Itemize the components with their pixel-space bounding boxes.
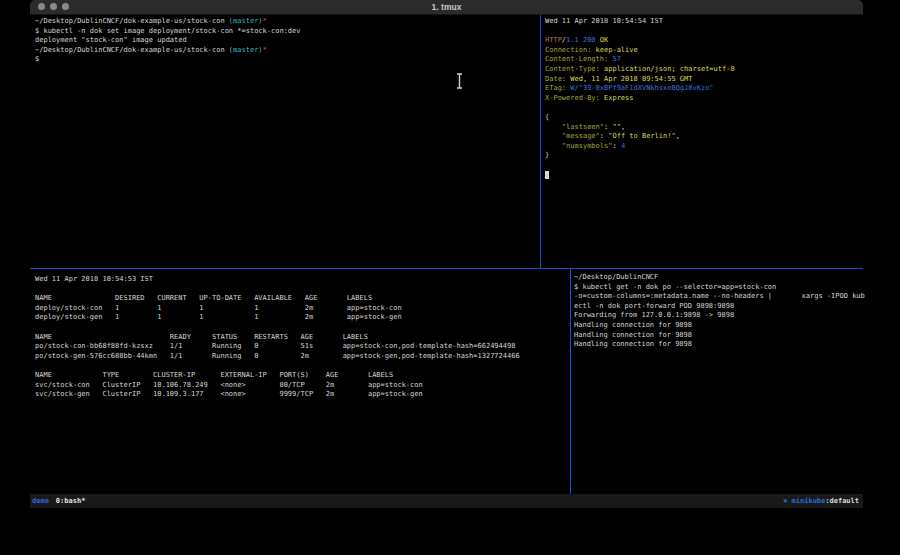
kube-context: minikube (787, 497, 825, 505)
minimize-button[interactable] (50, 3, 57, 10)
terminal-text-segment: Content-Length: (545, 55, 608, 63)
terminal-line (35, 285, 575, 295)
terminal-text-segment: "Off to Berlin!" (608, 132, 675, 140)
terminal-text-segment: ETag: (545, 84, 566, 92)
terminal-line: ectl -n dok port-forward POD 9898:9898 (574, 302, 866, 312)
pane-bottom-left-kubectl-watch[interactable]: Wed 11 Apr 2018 10:54:53 ISTNAME DESIRED… (30, 269, 575, 500)
pane-divider-vertical-bottom[interactable] (570, 269, 571, 494)
terminal-line: "numsymbols": 4 (545, 142, 867, 152)
terminal-line: svc/stock-con ClusterIP 10.106.78.249 <n… (35, 381, 575, 391)
terminal-line: Content-Type: application/json; charset=… (545, 65, 867, 75)
terminal-text-segment: Handling connection for 9898 (574, 331, 692, 339)
terminal-text-segment: "" (612, 123, 620, 131)
terminal-text-segment: * (263, 46, 267, 54)
terminal-text-segment: Date: (545, 75, 566, 83)
terminal-text-segment: deploy/stock-con 1 1 1 1 2m app=stock-co… (35, 304, 402, 312)
terminal-line: po/stock-con-bb68f88fd-kzsxz 1/1 Running… (35, 342, 575, 352)
terminal-line: Wed 11 Apr 2018 10:54:53 IST (35, 275, 575, 285)
terminal-line: Date: Wed, 11 Apr 2018 09:54:55 GMT (545, 75, 867, 85)
terminal-line: ~/Desktop/DublinCNCF (574, 273, 866, 283)
pane-top-left-shell[interactable]: ~/Desktop/DublinCNCF/dok-example-us/stoc… (30, 15, 545, 270)
terminal-line: Connection: keep-alive (545, 46, 867, 56)
terminal-text-segment: Wed 11 Apr 2018 10:54:54 IST (545, 17, 663, 25)
terminal-text-segment: ~/Desktop/DublinCNCF/dok-example-us/stoc… (35, 46, 225, 54)
tmux-session: ~/Desktop/DublinCNCF/dok-example-us/stoc… (30, 15, 863, 494)
terminal-text-segment: Handling connection for 9898 (574, 321, 692, 329)
terminal-line: { (545, 113, 867, 123)
text-cursor-block (545, 171, 549, 179)
pane-divider-horizontal[interactable] (30, 268, 863, 269)
pane-bottom-right-port-forward[interactable]: ~/Desktop/DublinCNCF$ kubectl get -n dok… (571, 269, 866, 498)
zoom-button[interactable] (62, 3, 69, 10)
terminal-text-segment: Wed, 11 Apr 2018 09:54:55 GMT (566, 75, 692, 83)
terminal-text-segment: NAME READY STATUS RESTARTS AGE LABELS (35, 333, 368, 341)
terminal-text-segment: Content-Type: (545, 65, 600, 73)
terminal-text-segment: deployment "stock-con" image updated (35, 36, 187, 44)
terminal-line (545, 103, 867, 113)
terminal-text-segment: X-Powered-By: (545, 94, 600, 102)
terminal-text-segment: "message" (562, 132, 600, 140)
terminal-text-segment: Handling connection for 9898 (574, 340, 692, 348)
terminal-text-segment: : (600, 132, 608, 140)
terminal-text-segment: svc/stock-gen ClusterIP 10.109.3.177 <no… (35, 390, 423, 398)
window-tab[interactable]: 0:bash* (56, 497, 86, 505)
traffic-lights (38, 3, 69, 10)
terminal-text-segment: $ kubectl -n dok set image deployment/st… (35, 27, 301, 35)
terminal-line: Handling connection for 9898 (574, 331, 866, 341)
terminal-line: "lastseen": "", (545, 123, 867, 133)
window-title: 1. tmux (30, 0, 863, 14)
terminal-line: } (545, 151, 867, 161)
status-left: demo0:bash* (32, 494, 85, 508)
pane-top-right-http-response[interactable]: Wed 11 Apr 2018 10:54:54 ISTHTTP/1.1 200… (541, 15, 867, 270)
desktop: { "window": { "title": "1. tmux" }, "pal… (0, 0, 900, 555)
terminal-text-segment: HTTP (545, 36, 562, 44)
terminal-text-segment: $ (35, 55, 39, 63)
terminal-line: Content-Length: 57 (545, 55, 867, 65)
terminal-text-segment: : (612, 142, 620, 150)
terminal-line: Handling connection for 9898 (574, 340, 866, 350)
terminal-line: svc/stock-gen ClusterIP 10.109.3.177 <no… (35, 390, 575, 400)
terminal-line (35, 361, 575, 371)
terminal-text-segment: "lastseen" (562, 123, 604, 131)
terminal-text-segment: 57 (608, 55, 621, 63)
terminal-text-segment: , (621, 123, 625, 131)
terminal-text-segment: po/stock-gen-576cc688bb-44kmn 1/1 Runnin… (35, 352, 520, 360)
terminal-line: ~/Desktop/DublinCNCF/dok-example-us/stoc… (35, 17, 545, 27)
terminal-text-segment: ectl -n dok port-forward POD 9898:9898 (574, 302, 734, 310)
terminal-line (545, 161, 867, 171)
terminal-line: deployment "stock-con" image updated (35, 36, 545, 46)
terminal-text-segment: ~/Desktop/DublinCNCF (574, 273, 658, 281)
terminal-text-segment: 4 (621, 142, 625, 150)
terminal-text-segment (545, 123, 562, 131)
terminal-text-segment (545, 132, 562, 140)
terminal-line: Wed 11 Apr 2018 10:54:54 IST (545, 17, 867, 27)
terminal-text-segment: NAME TYPE CLUSTER-IP EXTERNAL-IP PORT(S)… (35, 371, 393, 379)
terminal-line: deploy/stock-gen 1 1 1 1 2m app=stock-ge… (35, 313, 575, 323)
terminal-text-segment: -o=custom-columns=:metadata.name --no-he… (574, 292, 865, 300)
terminal-text-segment: , (676, 132, 680, 140)
pane-divider-vertical-top[interactable] (540, 15, 541, 269)
terminal-text-segment: W/"39-0xBPf9aF1dXVNkhsxoBQgJ8vKzo" (566, 84, 714, 92)
terminal-text-segment: (master) (225, 46, 263, 54)
terminal-line: $ (35, 55, 545, 65)
terminal-text-segment: "numsymbols" (562, 142, 613, 150)
session-name: demo (32, 497, 49, 505)
terminal-text-segment: } (545, 151, 549, 159)
terminal-text-segment: Forwarding from 127.0.0.1:9898 -> 9898 (574, 311, 734, 319)
terminal-text-segment: $ kubectl get -n dok po --selector=app=s… (574, 283, 776, 291)
mouse-cursor-ibeam-icon (455, 73, 464, 93)
terminal-text-segment: po/stock-con-bb68f88fd-kzsxz 1/1 Running… (35, 342, 515, 350)
terminal-line: po/stock-gen-576cc688bb-44kmn 1/1 Runnin… (35, 352, 575, 362)
tmux-status-bar: demo0:bash* ⎈ minikube:default (30, 494, 863, 508)
terminal-line: NAME TYPE CLUSTER-IP EXTERNAL-IP PORT(S)… (35, 371, 575, 381)
terminal-text-segment: Connection: (545, 46, 591, 54)
terminal-text-segment: OK (596, 36, 609, 44)
terminal-text-segment: { (545, 113, 549, 121)
terminal-text-segment: svc/stock-con ClusterIP 10.106.78.249 <n… (35, 381, 423, 389)
window-titlebar[interactable]: 1. tmux (30, 0, 863, 15)
close-button[interactable] (38, 3, 45, 10)
terminal-line: Handling connection for 9898 (574, 321, 866, 331)
terminal-line: Forwarding from 127.0.0.1:9898 -> 9898 (574, 311, 866, 321)
terminal-line: "message": "Off to Berlin!", (545, 132, 867, 142)
terminal-text-segment: application/json; charset=utf-8 (600, 65, 735, 73)
